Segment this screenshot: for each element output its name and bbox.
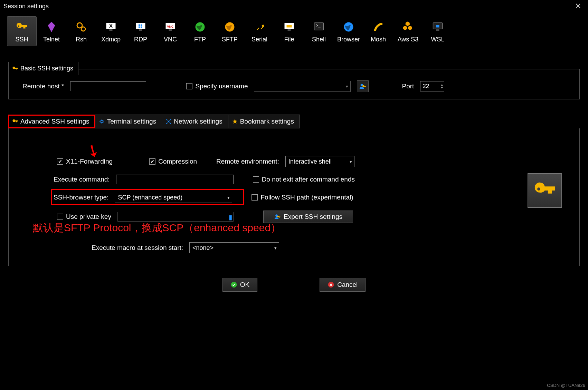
monitor-folder-icon (275, 20, 304, 34)
private-key-path-input[interactable] (117, 212, 234, 222)
basic-ssh-panel: Basic SSH settings Remote host * Specify… (8, 69, 580, 99)
svg-rect-10 (141, 27, 142, 28)
svg-rect-24 (436, 30, 439, 31)
svg-point-22 (374, 29, 376, 31)
file-icon[interactable]: ▮ (229, 213, 232, 221)
port-label: Port (402, 82, 414, 90)
svg-rect-9 (139, 27, 140, 28)
session-type-vnc[interactable]: VNC VNC (155, 16, 185, 46)
remote-host-label: Remote host * (22, 82, 64, 90)
globe-blue-icon (334, 20, 363, 34)
plug-icon (245, 20, 274, 34)
user-manager-button[interactable] (357, 80, 369, 92)
specify-username-checkbox[interactable]: Specify username (186, 82, 248, 90)
watermark: CSDN @TUAN926 (547, 383, 585, 388)
svg-point-27 (101, 120, 103, 123)
svg-rect-8 (141, 25, 142, 26)
tab-advanced-ssh[interactable]: Advanced SSH settings (8, 115, 95, 128)
svg-rect-17 (288, 30, 291, 31)
ssh-key-badge (528, 173, 562, 208)
window-title: Session settings (3, 3, 49, 10)
check-circle-icon (230, 281, 237, 288)
svg-rect-6 (139, 30, 142, 31)
tab-terminal[interactable]: Terminal settings (95, 115, 162, 128)
compression-checkbox[interactable]: Compression (149, 158, 197, 165)
monitor-windows-icon (126, 20, 155, 34)
monitor-wsl-icon (423, 20, 452, 34)
port-input[interactable] (420, 81, 440, 91)
spinner-arrows[interactable]: ▴▾ (440, 82, 444, 90)
dialog-buttons: OK Cancel (0, 278, 588, 292)
monitor-vnc-icon: VNC (156, 20, 185, 34)
star-icon (232, 118, 238, 125)
network-icon (165, 118, 172, 125)
svg-rect-25 (436, 25, 439, 28)
svg-rect-18 (287, 25, 292, 28)
globe-green-icon (186, 20, 215, 34)
titlebar: Session settings ✕ (0, 0, 588, 13)
key-icon (533, 178, 557, 203)
port-spinner[interactable]: ▴▾ (420, 81, 444, 91)
x11-forwarding-checkbox[interactable]: X11-Forwarding (57, 158, 113, 165)
session-type-rdp[interactable]: RDP (126, 16, 155, 46)
key-icon (12, 118, 18, 125)
tab-bookmark[interactable]: Bookmark settings (228, 115, 300, 128)
session-type-wsl[interactable]: WSL (423, 16, 453, 46)
user-key-icon (274, 213, 281, 220)
session-type-ftp[interactable]: FTP (185, 16, 215, 46)
user-key-icon (359, 82, 367, 90)
execute-command-input[interactable] (116, 175, 234, 184)
svg-text:X: X (109, 23, 113, 29)
session-type-aws[interactable]: Aws S3 (393, 16, 423, 46)
session-type-telnet[interactable]: Telnet (37, 16, 66, 46)
satellite-icon (364, 20, 393, 34)
advanced-ssh-panel: X11-Forwarding Compression Remote enviro… (8, 128, 580, 266)
follow-ssh-path-checkbox[interactable]: Follow SSH path (experimental) (252, 194, 353, 201)
key-icon (7, 20, 36, 34)
svg-rect-3 (110, 30, 113, 31)
diamond-icon (37, 20, 66, 34)
macro-select[interactable]: <none>▾ (189, 242, 279, 253)
monitor-x-icon: X (96, 20, 125, 34)
svg-text:VNC: VNC (167, 25, 174, 28)
session-type-row: SSH Telnet Rsh X Xdmcp RDP VNC VNC FTP S… (0, 13, 588, 50)
session-type-xdmcp[interactable]: X Xdmcp (96, 16, 126, 46)
remote-env-select[interactable]: Interactive shell▾ (285, 156, 354, 167)
cross-circle-icon (328, 281, 334, 288)
session-type-browser[interactable]: Browser (334, 16, 363, 46)
tab-network[interactable]: Network settings (162, 115, 228, 128)
gear-icon (99, 118, 105, 125)
session-type-file[interactable]: File (274, 16, 304, 46)
terminal-icon: >_ (304, 20, 333, 34)
session-type-ssh[interactable]: SSH (7, 16, 37, 46)
annotation-text: 默认是SFTP Protocol，换成SCP（enhanced speed） (33, 221, 281, 235)
key-icon (12, 66, 18, 72)
ssh-browser-type-select[interactable]: SCP (enhanced speed)▾ (115, 192, 232, 203)
use-private-key-checkbox[interactable]: Use private key (57, 213, 111, 221)
basic-ssh-tab[interactable]: Basic SSH settings (8, 62, 78, 75)
session-type-serial[interactable]: Serial (245, 16, 274, 46)
remote-host-input[interactable] (70, 81, 146, 91)
ok-button[interactable]: OK (222, 278, 257, 292)
svg-text:>_: >_ (316, 23, 321, 28)
no-exit-checkbox[interactable]: Do not exit after command ends (253, 176, 355, 183)
session-type-shell[interactable]: >_ Shell (304, 16, 334, 46)
svg-rect-12 (169, 30, 172, 31)
close-icon[interactable]: ✕ (572, 2, 584, 11)
svg-rect-7 (139, 25, 140, 26)
gears-icon (67, 20, 96, 34)
macro-label: Execute macro at session start: (92, 244, 183, 252)
session-type-mosh[interactable]: Mosh (363, 16, 393, 46)
cancel-button[interactable]: Cancel (320, 278, 366, 292)
session-type-label: SSH (7, 36, 36, 43)
globe-orange-icon (215, 20, 244, 34)
cubes-icon (393, 20, 423, 34)
ssh-browser-type-label: SSH-browser type: (54, 194, 108, 201)
session-type-sftp[interactable]: SFTP (215, 16, 245, 46)
svg-point-1 (81, 27, 85, 31)
execute-command-label: Execute command: (54, 176, 110, 183)
settings-tabs: Advanced SSH settings Terminal settings … (8, 115, 580, 128)
username-select[interactable]: ▾ (254, 81, 351, 92)
remote-env-label: Remote environment: (216, 158, 279, 165)
session-type-rsh[interactable]: Rsh (66, 16, 96, 46)
